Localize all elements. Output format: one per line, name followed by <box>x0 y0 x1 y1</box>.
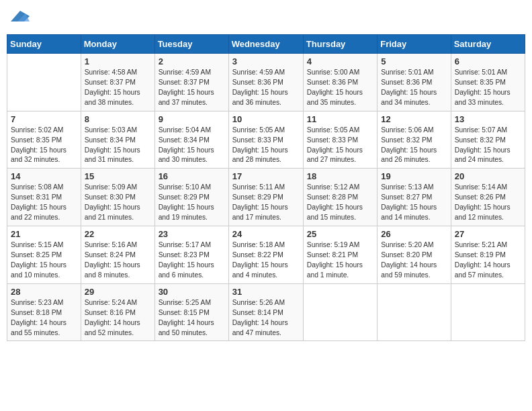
calendar-cell: 8Sunrise: 5:03 AM Sunset: 8:34 PM Daylig… <box>81 111 154 169</box>
calendar-cell: 20Sunrise: 5:14 AM Sunset: 8:26 PM Dayli… <box>451 169 525 226</box>
day-number: 27 <box>455 229 521 239</box>
calendar-cell: 22Sunrise: 5:16 AM Sunset: 8:24 PM Dayli… <box>81 226 154 284</box>
day-number: 22 <box>85 229 151 239</box>
day-number: 3 <box>232 56 300 66</box>
calendar-week-row: 21Sunrise: 5:15 AM Sunset: 8:25 PM Dayli… <box>7 226 525 284</box>
day-number: 31 <box>232 287 300 297</box>
column-header-sunday: Sunday <box>7 35 81 54</box>
calendar-cell: 29Sunrise: 5:24 AM Sunset: 8:16 PM Dayli… <box>81 283 154 341</box>
day-info: Sunrise: 5:05 AM Sunset: 8:33 PM Dayligh… <box>307 126 373 166</box>
calendar-cell: 31Sunrise: 5:26 AM Sunset: 8:14 PM Dayli… <box>228 283 303 341</box>
day-info: Sunrise: 5:25 AM Sunset: 8:15 PM Dayligh… <box>159 298 225 338</box>
calendar-cell: 14Sunrise: 5:08 AM Sunset: 8:31 PM Dayli… <box>7 169 81 226</box>
calendar-cell: 7Sunrise: 5:02 AM Sunset: 8:35 PM Daylig… <box>7 111 81 169</box>
calendar-cell: 18Sunrise: 5:12 AM Sunset: 8:28 PM Dayli… <box>303 169 377 226</box>
day-number: 4 <box>307 56 373 66</box>
calendar-cell: 11Sunrise: 5:05 AM Sunset: 8:33 PM Dayli… <box>303 111 377 169</box>
day-number: 18 <box>307 171 373 181</box>
day-number: 7 <box>11 114 77 124</box>
calendar-cell: 19Sunrise: 5:13 AM Sunset: 8:27 PM Dayli… <box>378 169 451 226</box>
day-info: Sunrise: 4:59 AM Sunset: 8:36 PM Dayligh… <box>232 68 300 108</box>
column-header-friday: Friday <box>378 35 451 54</box>
day-number: 12 <box>381 114 447 124</box>
day-info: Sunrise: 5:11 AM Sunset: 8:29 PM Dayligh… <box>232 183 300 223</box>
calendar-cell: 10Sunrise: 5:05 AM Sunset: 8:33 PM Dayli… <box>228 111 303 169</box>
day-info: Sunrise: 5:12 AM Sunset: 8:28 PM Dayligh… <box>307 183 373 223</box>
day-number: 8 <box>85 114 151 124</box>
day-info: Sunrise: 5:15 AM Sunset: 8:25 PM Dayligh… <box>11 240 77 281</box>
calendar-cell: 4Sunrise: 5:00 AM Sunset: 8:36 PM Daylig… <box>303 54 377 111</box>
calendar-cell: 5Sunrise: 5:01 AM Sunset: 8:36 PM Daylig… <box>378 54 451 111</box>
calendar-cell: 9Sunrise: 5:04 AM Sunset: 8:34 PM Daylig… <box>154 111 228 169</box>
column-header-saturday: Saturday <box>451 35 525 54</box>
calendar-table: SundayMondayTuesdayWednesdayThursdayFrid… <box>7 34 525 341</box>
day-info: Sunrise: 5:13 AM Sunset: 8:27 PM Dayligh… <box>381 183 447 223</box>
day-number: 30 <box>159 287 225 297</box>
calendar-week-row: 28Sunrise: 5:23 AM Sunset: 8:18 PM Dayli… <box>7 283 525 341</box>
day-number: 24 <box>232 229 300 239</box>
logo-icon <box>11 7 30 26</box>
day-info: Sunrise: 5:19 AM Sunset: 8:21 PM Dayligh… <box>307 240 373 281</box>
calendar-week-row: 14Sunrise: 5:08 AM Sunset: 8:31 PM Dayli… <box>7 169 525 226</box>
day-info: Sunrise: 5:24 AM Sunset: 8:16 PM Dayligh… <box>85 298 151 338</box>
calendar-cell: 25Sunrise: 5:19 AM Sunset: 8:21 PM Dayli… <box>303 226 377 284</box>
day-number: 25 <box>307 229 373 239</box>
day-info: Sunrise: 5:16 AM Sunset: 8:24 PM Dayligh… <box>85 240 151 281</box>
day-info: Sunrise: 5:01 AM Sunset: 8:36 PM Dayligh… <box>381 68 447 108</box>
day-info: Sunrise: 4:59 AM Sunset: 8:37 PM Dayligh… <box>159 68 225 108</box>
column-header-monday: Monday <box>81 35 154 54</box>
calendar-cell: 3Sunrise: 4:59 AM Sunset: 8:36 PM Daylig… <box>228 54 303 111</box>
day-number: 10 <box>232 114 300 124</box>
day-info: Sunrise: 5:07 AM Sunset: 8:32 PM Dayligh… <box>455 126 521 166</box>
calendar-cell: 1Sunrise: 4:58 AM Sunset: 8:37 PM Daylig… <box>81 54 154 111</box>
day-info: Sunrise: 5:02 AM Sunset: 8:35 PM Dayligh… <box>11 126 77 166</box>
day-number: 20 <box>455 171 521 181</box>
calendar-cell: 6Sunrise: 5:01 AM Sunset: 8:35 PM Daylig… <box>451 54 525 111</box>
calendar-cell: 16Sunrise: 5:10 AM Sunset: 8:29 PM Dayli… <box>154 169 228 226</box>
day-info: Sunrise: 5:08 AM Sunset: 8:31 PM Dayligh… <box>11 183 77 223</box>
day-info: Sunrise: 5:14 AM Sunset: 8:26 PM Dayligh… <box>455 183 521 223</box>
calendar-cell: 27Sunrise: 5:21 AM Sunset: 8:19 PM Dayli… <box>451 226 525 284</box>
day-info: Sunrise: 5:17 AM Sunset: 8:23 PM Dayligh… <box>159 240 225 281</box>
day-info: Sunrise: 5:00 AM Sunset: 8:36 PM Dayligh… <box>307 68 373 108</box>
calendar-cell: 30Sunrise: 5:25 AM Sunset: 8:15 PM Dayli… <box>154 283 228 341</box>
calendar-cell: 21Sunrise: 5:15 AM Sunset: 8:25 PM Dayli… <box>7 226 81 284</box>
calendar-cell: 23Sunrise: 5:17 AM Sunset: 8:23 PM Dayli… <box>154 226 228 284</box>
day-info: Sunrise: 5:06 AM Sunset: 8:32 PM Dayligh… <box>381 126 447 166</box>
column-header-thursday: Thursday <box>303 35 377 54</box>
day-number: 1 <box>85 56 151 66</box>
day-info: Sunrise: 5:04 AM Sunset: 8:34 PM Dayligh… <box>159 126 225 166</box>
day-info: Sunrise: 5:21 AM Sunset: 8:19 PM Dayligh… <box>455 240 521 281</box>
calendar-cell <box>303 283 377 341</box>
calendar-week-row: 7Sunrise: 5:02 AM Sunset: 8:35 PM Daylig… <box>7 111 525 169</box>
day-number: 17 <box>232 171 300 181</box>
day-info: Sunrise: 5:26 AM Sunset: 8:14 PM Dayligh… <box>232 298 300 338</box>
day-number: 9 <box>159 114 225 124</box>
calendar-cell: 13Sunrise: 5:07 AM Sunset: 8:32 PM Dayli… <box>451 111 525 169</box>
calendar-week-row: 1Sunrise: 4:58 AM Sunset: 8:37 PM Daylig… <box>7 54 525 111</box>
day-number: 2 <box>159 56 225 66</box>
logo <box>9 7 30 29</box>
day-info: Sunrise: 5:20 AM Sunset: 8:20 PM Dayligh… <box>381 240 447 281</box>
day-info: Sunrise: 5:10 AM Sunset: 8:29 PM Dayligh… <box>159 183 225 223</box>
day-number: 26 <box>381 229 447 239</box>
calendar-cell <box>451 283 525 341</box>
day-info: Sunrise: 4:58 AM Sunset: 8:37 PM Dayligh… <box>85 68 151 108</box>
calendar-cell: 28Sunrise: 5:23 AM Sunset: 8:18 PM Dayli… <box>7 283 81 341</box>
day-info: Sunrise: 5:09 AM Sunset: 8:30 PM Dayligh… <box>85 183 151 223</box>
day-info: Sunrise: 5:23 AM Sunset: 8:18 PM Dayligh… <box>11 298 77 338</box>
calendar-header-row: SundayMondayTuesdayWednesdayThursdayFrid… <box>7 35 525 54</box>
day-number: 5 <box>381 56 447 66</box>
day-number: 29 <box>85 287 151 297</box>
calendar-cell: 2Sunrise: 4:59 AM Sunset: 8:37 PM Daylig… <box>154 54 228 111</box>
column-header-wednesday: Wednesday <box>228 35 303 54</box>
day-info: Sunrise: 5:01 AM Sunset: 8:35 PM Dayligh… <box>455 68 521 108</box>
calendar-cell <box>378 283 451 341</box>
calendar-cell <box>7 54 81 111</box>
day-number: 21 <box>11 229 77 239</box>
calendar-cell: 24Sunrise: 5:18 AM Sunset: 8:22 PM Dayli… <box>228 226 303 284</box>
page-header <box>7 7 525 29</box>
day-number: 16 <box>159 171 225 181</box>
calendar-cell: 26Sunrise: 5:20 AM Sunset: 8:20 PM Dayli… <box>378 226 451 284</box>
column-header-tuesday: Tuesday <box>154 35 228 54</box>
